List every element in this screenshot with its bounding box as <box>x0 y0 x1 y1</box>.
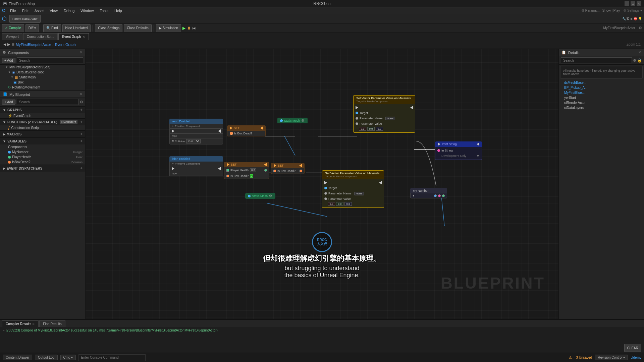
detail-item-0[interactable]: dcMeshBase... <box>559 80 644 85</box>
param-name-val2[interactable]: None <box>354 192 364 195</box>
tree-item-static-mesh[interactable]: ▼ ▦ StaticMesh <box>0 75 85 80</box>
y-val2[interactable]: 0.0 <box>336 202 343 206</box>
z-val2[interactable]: 0.0 <box>344 202 352 206</box>
health-val[interactable]: 0.0 <box>250 168 256 172</box>
player-health-var[interactable]: PlayerHealth Float <box>0 155 85 160</box>
class-settings-button[interactable]: Class Settings <box>95 24 122 32</box>
details-filter-icon[interactable]: ⚙ <box>633 58 636 63</box>
bp-settings-icon[interactable]: ⚙ <box>80 100 83 104</box>
menu-debug[interactable]: Debug <box>61 8 77 13</box>
set-node-2[interactable]: SET Player Health 0.0 Is Box Dead? ✓ <box>224 162 269 179</box>
details-close[interactable]: ✕ <box>638 50 641 55</box>
step-icon[interactable]: ⏭ <box>192 26 196 31</box>
find-button[interactable]: 🔍 Find <box>43 24 61 32</box>
detail-item-5[interactable]: ctDataLayers <box>559 105 644 110</box>
breadcrumb-nav-right[interactable]: ▶ <box>7 42 10 47</box>
tree-item-root[interactable]: ▼ ◉ DefaultSceneRoot <box>0 70 85 75</box>
functions-add-btn[interactable]: + <box>80 120 83 124</box>
simulation-button[interactable]: ▶ Simulation <box>156 24 181 32</box>
my-blueprint-close[interactable]: ✕ <box>79 92 83 97</box>
collision-dropdown[interactable]: Coll... <box>186 139 201 143</box>
close-button[interactable]: ✕ <box>637 1 641 6</box>
components-close-btn[interactable]: ✕ <box>79 50 83 55</box>
content-drawer-button[interactable]: Content Drawer <box>3 355 32 360</box>
cmd-input[interactable] <box>78 354 146 361</box>
override-btn[interactable]: Override ▾ <box>60 120 78 124</box>
set-vector-node2[interactable]: Set Vector Parameter Value on Materials … <box>322 170 384 208</box>
construction-script-item[interactable]: ƒ Construction Script <box>0 125 85 130</box>
my-number-var[interactable]: MyNumber Integer <box>0 149 85 155</box>
ed-add-btn[interactable]: + <box>80 166 83 171</box>
set-vector-node1[interactable]: Set Vector Parameter Value on Materials … <box>353 95 415 133</box>
tab-close-icon[interactable]: ✕ <box>83 35 85 39</box>
dev-only-expander[interactable]: ▼ <box>476 154 480 158</box>
settings-label[interactable]: ⚙ Settings ▾ <box>623 9 642 12</box>
simulation-enabled-node1[interactable]: ision Enabled ✧ Primitive Component type… <box>169 119 223 144</box>
event-graph-item[interactable]: ⚡ EventGraph <box>0 113 85 118</box>
compile-button[interactable]: ✓ Compile <box>2 24 24 32</box>
is-box-dead-var[interactable]: IsBoxDead? Boolean <box>0 160 85 165</box>
menu-view[interactable]: View <box>47 8 60 13</box>
breadcrumb-nav-left[interactable]: ◀ <box>3 42 6 47</box>
find-results-tab[interactable]: Find Results <box>39 320 65 327</box>
blueprint-canvas[interactable]: ision Enabled ✧ Primitive Component type… <box>86 49 558 319</box>
add-component-button[interactable]: + Add <box>2 58 15 63</box>
revision-control-button[interactable]: Revision Control ▾ <box>595 355 628 360</box>
y-val1[interactable]: 0.0 <box>367 127 375 131</box>
macros-section[interactable]: ▶ MACROS + <box>0 130 85 137</box>
details-search[interactable] <box>561 57 632 63</box>
simulation-enabled-node2[interactable]: ision Enabled ✧ Primitive Component type <box>169 156 223 176</box>
tab-construction[interactable]: Construction Scr... <box>23 33 58 40</box>
details-lock-icon[interactable]: 🔒 <box>637 58 642 63</box>
output-log-button[interactable]: Output Log <box>35 355 57 360</box>
add-blueprint-button[interactable]: + Add <box>2 100 15 105</box>
my-number-node[interactable]: My Number ● <box>410 188 447 198</box>
x-val1[interactable]: 0.0 <box>359 127 366 131</box>
z-val1[interactable]: 0.0 <box>376 127 383 131</box>
variables-section[interactable]: ▼ VARIABLES + <box>0 137 85 144</box>
menu-help[interactable]: Help <box>112 8 125 13</box>
print-string-node[interactable]: Print String In String Development Only … <box>435 141 482 160</box>
detail-item-1[interactable]: BP_Pickup_A... <box>559 85 644 90</box>
event-dispatchers-section[interactable]: ▶ EVENT DISPATCHERS + <box>0 165 85 172</box>
blueprint-search[interactable] <box>17 99 78 105</box>
param-name-val1[interactable]: None <box>385 117 395 120</box>
pause-icon[interactable]: ⏸ <box>187 26 191 31</box>
graphs-section[interactable]: ▼ GRAPHS + <box>0 106 85 113</box>
clear-button[interactable]: CLEAR <box>624 344 641 352</box>
tab-event-graph[interactable]: Event Graph ✕ <box>58 33 89 40</box>
set-node-3[interactable]: SET Is Box Dead? <box>271 163 305 174</box>
minimize-button[interactable]: ─ <box>625 1 629 6</box>
macros-add-btn[interactable]: + <box>80 132 83 136</box>
detail-item-3[interactable]: yerStart <box>559 95 644 100</box>
graphs-add-btn[interactable]: + <box>80 108 83 112</box>
static-mesh-node1[interactable]: Static Mesh ⚙ <box>277 118 308 123</box>
x-val2[interactable]: 0.0 <box>328 202 335 206</box>
components-search[interactable] <box>17 57 83 63</box>
tree-item-rotating[interactable]: ↻ RotatingMovement <box>0 85 85 90</box>
maximize-button[interactable]: □ <box>631 1 635 6</box>
vars-add-btn[interactable]: + <box>80 139 83 143</box>
compiler-tab-close[interactable]: ✕ <box>32 322 35 326</box>
menu-asset[interactable]: Asset <box>32 8 47 13</box>
breadcrumb-actor[interactable]: MyFirstBlueprintActor <box>16 43 51 47</box>
functions-section[interactable]: ▼ FUNCTIONS (2 OVERRIDABLE) Override ▾ + <box>0 118 85 125</box>
menu-file[interactable]: File <box>7 8 19 13</box>
cmd-button[interactable]: Cmd ▾ <box>60 355 76 360</box>
detail-item-2[interactable]: MyFirstBlue... <box>559 90 644 95</box>
static-mesh-node2[interactable]: Static Mesh ⚙ <box>245 193 275 199</box>
components-var-item[interactable]: Components <box>0 144 85 149</box>
tab-viewport[interactable]: Viewport <box>2 33 22 40</box>
class-defaults-button[interactable]: Class Defaults <box>124 24 151 32</box>
tree-item-self[interactable]: ▼ MyFirstBlueprintActor (Self) <box>0 65 85 70</box>
detail-item-4[interactable]: cIRenderActor <box>559 100 644 105</box>
menu-edit[interactable]: Edit <box>19 8 31 13</box>
parent-class-btn[interactable]: Parent class: Actor <box>9 15 41 23</box>
diff-button[interactable]: Diff ▾ <box>25 24 39 32</box>
menu-window[interactable]: Window <box>78 8 96 13</box>
hide-unrelated-button[interactable]: Hide Unrelated <box>62 24 91 32</box>
menu-tools[interactable]: Tools <box>97 8 111 13</box>
compiler-results-tab[interactable]: Compiler Results ✕ <box>2 320 39 327</box>
tree-item-box[interactable]: ▣ Box <box>0 80 85 85</box>
set-node-1[interactable]: SET Is Box Dead? <box>227 125 266 136</box>
